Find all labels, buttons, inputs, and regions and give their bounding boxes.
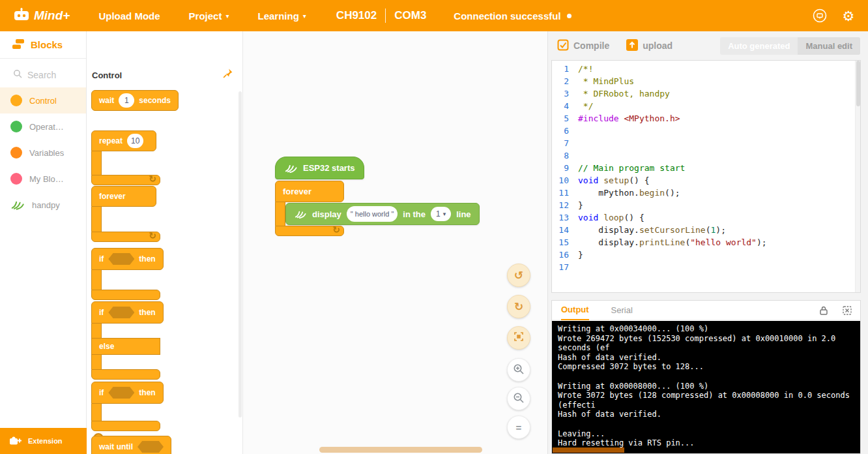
line-number: 15 xyxy=(552,236,578,249)
block-label: if xyxy=(99,254,104,264)
device-port[interactable]: COM3 xyxy=(394,9,426,22)
code-text xyxy=(578,149,583,162)
block-if-then-expandable[interactable]: if then + xyxy=(91,382,164,444)
pin-icon[interactable] xyxy=(223,68,233,81)
condition-hexagon-slot[interactable] xyxy=(108,307,134,318)
divider xyxy=(385,8,386,23)
line-number: 10 xyxy=(552,174,578,187)
manual-edit-toggle[interactable]: Manual edit xyxy=(798,37,860,55)
code-line: 7 xyxy=(552,137,860,149)
console-lines: Writing at 0x00034000... (100 %)Wrote 26… xyxy=(558,324,854,453)
category-label: Control xyxy=(29,96,57,106)
palette-scrollbar[interactable] xyxy=(239,91,242,417)
zoom-out-icon xyxy=(513,392,525,406)
line-number: 8 xyxy=(552,149,578,162)
condition-hexagon-slot[interactable] xyxy=(137,441,164,453)
block-forever[interactable]: forever ↻ xyxy=(91,186,160,242)
line-number: 1 xyxy=(552,63,578,75)
upload-label: upload xyxy=(643,40,673,51)
console-line: Wrote 269472 bytes (152530 compressed) a… xyxy=(558,334,854,353)
redo-button[interactable]: ↻ xyxy=(507,295,530,318)
block-label: wait until xyxy=(99,442,133,451)
zoom-reset-button[interactable]: = xyxy=(507,416,530,439)
menu-upload-mode[interactable]: Upload Mode xyxy=(98,10,160,22)
block-spine xyxy=(91,324,102,338)
code-line: 12} xyxy=(552,199,860,211)
category-handpy[interactable]: handpy xyxy=(0,192,86,218)
line-number: 11 xyxy=(552,187,578,199)
category-variables[interactable]: Variables xyxy=(0,140,86,166)
clear-console-icon[interactable] xyxy=(842,305,852,316)
zoom-in-button[interactable] xyxy=(507,358,530,382)
canvas-horizontal-scrollbar[interactable] xyxy=(319,447,482,453)
block-bottom: ↻ xyxy=(91,175,160,185)
code-text xyxy=(578,261,583,273)
menu-learning[interactable]: Learning ▾ xyxy=(257,10,306,22)
block-wait-seconds[interactable]: wait 1 seconds xyxy=(91,90,179,111)
extension-button[interactable]: Extension xyxy=(0,428,87,454)
community-icon[interactable] xyxy=(811,7,829,25)
line-number: 9 xyxy=(552,162,578,174)
block-label: display xyxy=(312,209,341,219)
code-text: // Main program start xyxy=(578,162,685,174)
condition-hexagon-slot[interactable] xyxy=(108,387,134,399)
workspace-canvas[interactable]: ESP32 starts forever ↻ display " hello w… xyxy=(243,31,547,454)
block-label: if xyxy=(99,308,104,317)
code-text: * MindPlus xyxy=(578,75,634,87)
menu-project[interactable]: Project ▾ xyxy=(189,10,229,22)
lock-icon[interactable] xyxy=(818,305,829,316)
block-search[interactable] xyxy=(0,65,86,85)
category-my-blocks[interactable]: My Blo… xyxy=(0,166,86,192)
block-label: forever xyxy=(99,192,126,201)
console-line: Leaving... xyxy=(558,429,854,439)
zoom-out-button[interactable] xyxy=(507,387,530,410)
settings-gear-icon[interactable]: ⚙ xyxy=(839,7,858,25)
handpy-icon xyxy=(10,198,25,212)
category-label: Operat… xyxy=(29,122,64,132)
code-line: 1/*! xyxy=(552,63,860,75)
mindplus-app: Mind+ Upload Mode Project ▾ Learning ▾ C… xyxy=(0,0,868,454)
console-line xyxy=(558,419,854,429)
center-blocks-button[interactable] xyxy=(507,326,530,350)
block-if-then[interactable]: if then xyxy=(91,248,164,300)
category-operators[interactable]: Operat… xyxy=(0,113,86,140)
tab-output[interactable]: Output xyxy=(561,301,589,320)
display-text-input[interactable]: " hello world " xyxy=(347,206,398,222)
code-scrollbar-thumb[interactable] xyxy=(856,61,860,106)
auto-generated-toggle[interactable]: Auto generated xyxy=(720,37,798,55)
display-block[interactable]: display " hello world " in the 1 ▾ line xyxy=(285,203,480,225)
line-number-dropdown[interactable]: 1 ▾ xyxy=(431,207,451,221)
block-wait-until[interactable]: wait until xyxy=(91,436,171,454)
wait-value-input[interactable]: 1 xyxy=(119,93,134,108)
mindplus-logo[interactable]: Mind+ xyxy=(13,7,70,25)
block-if-then-else[interactable]: if then else xyxy=(91,301,164,380)
search-input[interactable] xyxy=(27,70,80,80)
code-line: 2 * MindPlus xyxy=(552,75,860,87)
upload-button[interactable]: upload xyxy=(626,39,673,53)
console-scrollbar[interactable] xyxy=(553,447,624,453)
condition-hexagon-slot[interactable] xyxy=(108,253,134,265)
loop-arrow-icon: ↻ xyxy=(149,230,156,241)
tab-blocks[interactable]: Blocks xyxy=(0,31,86,59)
handpy-icon xyxy=(294,208,307,220)
esp32-starts-hat-block[interactable]: ESP32 starts xyxy=(275,157,364,179)
console-line: Writing at 0x00034000... (100 %) xyxy=(558,324,854,334)
device-chip[interactable]: CH9102 xyxy=(336,9,377,22)
block-spine xyxy=(91,270,102,290)
block-repeat[interactable]: repeat 10 ↻ xyxy=(91,130,160,185)
line-number: 6 xyxy=(552,125,578,137)
compile-button[interactable]: Compile xyxy=(557,39,609,53)
menu-learning-label: Learning xyxy=(257,10,298,22)
block-bottom xyxy=(91,369,160,380)
undo-button[interactable]: ↺ xyxy=(507,264,530,287)
block-spine xyxy=(91,151,102,175)
redo-icon: ↻ xyxy=(514,300,523,314)
category-control[interactable]: Control xyxy=(0,87,86,113)
code-line: 9// Main program start xyxy=(552,162,860,174)
code-line: 5#include <MPython.h> xyxy=(552,112,860,125)
repeat-count-input[interactable]: 10 xyxy=(127,134,143,148)
code-text xyxy=(578,137,583,149)
variables-category-dot xyxy=(10,147,22,159)
console-line: Hash of data verified. xyxy=(558,410,854,419)
tab-serial[interactable]: Serial xyxy=(611,305,633,315)
